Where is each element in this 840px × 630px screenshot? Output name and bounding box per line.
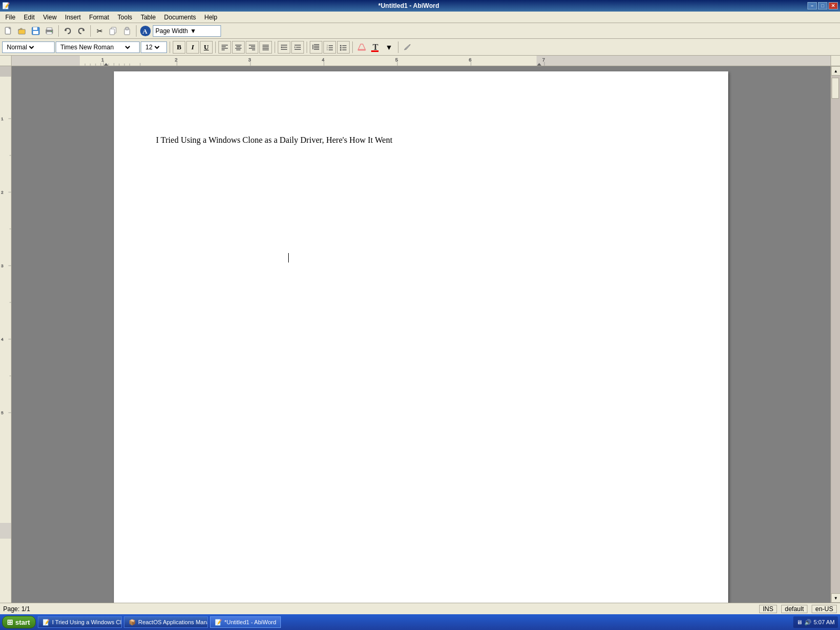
- svg-rect-4: [33, 31, 38, 34]
- start-icon: ⊞: [7, 618, 13, 626]
- svg-marker-36: [281, 46, 282, 48]
- style-select[interactable]: Normal: [5, 43, 36, 51]
- draw-button[interactable]: [401, 41, 414, 54]
- svg-text:2: 2: [175, 57, 177, 62]
- document-title[interactable]: I Tried Using a Windows Clone as a Daily…: [156, 134, 686, 146]
- titlebar-icon: 📝: [2, 2, 10, 9]
- abiword-logo: A: [139, 25, 152, 37]
- menu-format[interactable]: Format: [85, 13, 113, 22]
- save-button[interactable]: [29, 25, 42, 37]
- statusbar: Page: 1/1 INS default en-US: [0, 603, 840, 614]
- scroll-down-button[interactable]: ▼: [831, 593, 840, 603]
- indent-increase-button[interactable]: [291, 41, 304, 54]
- titlebar-controls: − □ ✕: [807, 2, 838, 9]
- undo-button[interactable]: [61, 25, 74, 37]
- align-center-button[interactable]: [232, 41, 245, 54]
- svg-text:4: 4: [1, 337, 4, 342]
- svg-text:1: 1: [101, 57, 104, 62]
- taskbar-item-2-icon: 📦: [129, 619, 136, 626]
- font-size-select[interactable]: 12: [143, 43, 161, 51]
- maximize-button[interactable]: □: [818, 2, 827, 9]
- paste-button[interactable]: [121, 25, 133, 37]
- ruler-left-gutter: [0, 56, 12, 66]
- document-content[interactable]: I Tried Using a Windows Clone as a Daily…: [156, 134, 686, 263]
- svg-text:3: 3: [327, 48, 328, 51]
- titlebar-title: *Untitled1 - AbiWord: [379, 2, 439, 9]
- tray-clock: 5:07 AM: [814, 619, 835, 625]
- redo-button[interactable]: [75, 25, 88, 37]
- font-dropdown[interactable]: Times New Roman: [56, 41, 140, 53]
- menu-table[interactable]: Table: [136, 13, 160, 22]
- open-button[interactable]: [16, 25, 28, 37]
- menu-file[interactable]: File: [1, 13, 19, 22]
- indent-decrease-button[interactable]: [278, 41, 290, 54]
- cut-button[interactable]: ✂: [93, 25, 106, 37]
- page-indicator: Page: 1/1: [3, 605, 30, 613]
- document-canvas[interactable]: I Tried Using a Windows Clone as a Daily…: [12, 66, 831, 603]
- menu-tools[interactable]: Tools: [113, 13, 136, 22]
- taskbar-item-3-label: *Untitled1 - AbiWord: [224, 619, 276, 625]
- vertical-ruler: 1 2 3 4 5: [0, 66, 12, 603]
- separator6: [275, 41, 275, 53]
- scroll-track[interactable]: [831, 76, 840, 593]
- separator8: [352, 41, 353, 53]
- separator3: [136, 25, 136, 37]
- page-width-label: Page Width: [155, 27, 188, 35]
- svg-point-52: [340, 45, 342, 46]
- italic-button[interactable]: I: [186, 41, 199, 54]
- menu-view[interactable]: View: [39, 13, 61, 22]
- close-button[interactable]: ✕: [828, 2, 838, 9]
- document-page: I Tried Using a Windows Clone as a Daily…: [114, 71, 728, 603]
- taskbar-item-3[interactable]: 📝 *Untitled1 - AbiWord: [210, 616, 281, 628]
- new-button[interactable]: [2, 25, 15, 37]
- numbering-button[interactable]: 1 2 3: [323, 41, 336, 54]
- align-left-button[interactable]: [218, 41, 231, 54]
- style-dropdown[interactable]: Normal: [2, 41, 55, 53]
- bullets-button[interactable]: [337, 41, 350, 54]
- scroll-up-button[interactable]: ▲: [831, 66, 840, 76]
- taskbar-item-1[interactable]: 📝 I Tried Using a Windows Clo...: [38, 616, 122, 628]
- text-cursor: [288, 253, 289, 262]
- scroll-thumb[interactable]: [832, 78, 839, 99]
- justify-button[interactable]: [259, 41, 272, 54]
- taskbar: ⊞ start 📝 I Tried Using a Windows Clo...…: [0, 614, 840, 630]
- underline-button[interactable]: U: [200, 41, 213, 54]
- separator5: [215, 41, 216, 53]
- separator7: [307, 41, 307, 53]
- toolbar1: ✂ A Page Width ▼: [0, 23, 840, 39]
- svg-text:3: 3: [248, 57, 251, 62]
- content-area: 1 2 3 4 5 I Tried Using a Windows Clone …: [0, 66, 840, 603]
- print-button[interactable]: [43, 25, 56, 37]
- separator2: [90, 25, 91, 37]
- svg-rect-7: [47, 32, 52, 34]
- align-right-button[interactable]: [246, 41, 258, 54]
- line-spacing-button[interactable]: [310, 41, 322, 54]
- default-indicator: default: [781, 605, 807, 613]
- svg-text:5: 5: [395, 57, 398, 62]
- language-indicator: en-US: [812, 605, 837, 613]
- tray-volume-icon: 🔊: [804, 619, 812, 626]
- font-select[interactable]: Times New Roman: [58, 43, 132, 51]
- dropdown-arrow-icon: ▼: [190, 27, 196, 35]
- svg-rect-14: [125, 27, 129, 30]
- svg-rect-104: [0, 66, 12, 77]
- menu-help[interactable]: Help: [200, 13, 222, 22]
- menu-documents[interactable]: Documents: [160, 13, 201, 22]
- bold-button[interactable]: B: [173, 41, 185, 54]
- taskbar-item-2[interactable]: 📦 ReactOS Applications Mana...: [124, 616, 208, 628]
- svg-point-8: [51, 31, 52, 32]
- menu-edit[interactable]: Edit: [19, 13, 39, 22]
- minimize-button[interactable]: −: [807, 2, 817, 9]
- font-color-button[interactable]: T: [369, 41, 382, 54]
- highlight-button[interactable]: [355, 41, 368, 54]
- menu-insert[interactable]: Insert: [61, 13, 85, 22]
- start-button[interactable]: ⊞ start: [2, 616, 36, 628]
- start-label: start: [15, 618, 30, 626]
- font-size-dropdown[interactable]: 12: [141, 41, 167, 53]
- insert-mode-indicator: INS: [759, 605, 777, 613]
- vertical-scrollbar[interactable]: ▲ ▼: [831, 66, 840, 603]
- copy-button[interactable]: [107, 25, 120, 37]
- page-width-dropdown[interactable]: Page Width ▼: [153, 25, 221, 37]
- svg-text:6: 6: [469, 57, 471, 62]
- color-dropdown-arrow[interactable]: ▼: [383, 41, 395, 54]
